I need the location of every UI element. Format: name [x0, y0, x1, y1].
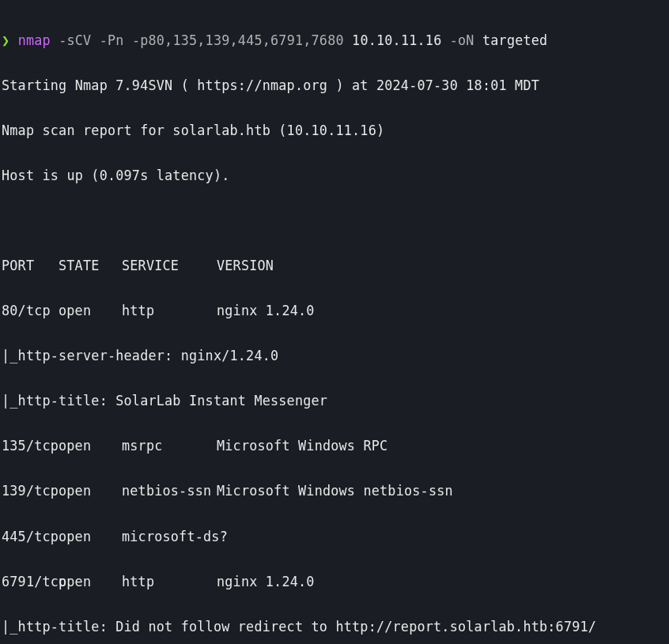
- service-cell: microsoft-ds?: [122, 525, 217, 548]
- port-cell: 445/tcp: [2, 525, 59, 548]
- service-cell: http: [122, 299, 217, 322]
- flag-oN: -oN: [450, 32, 474, 48]
- service-cell: http: [122, 571, 217, 593]
- service-cell: msrpc: [122, 435, 217, 458]
- prompt-line: ❯ nmap -sCV -Pn -p80,135,139,445,6791,76…: [2, 29, 669, 52]
- flag-scv-pn-p: -sCV -Pn -p: [59, 32, 148, 48]
- col-version: VERSION: [217, 258, 274, 273]
- scan-report-line: Nmap scan report for solarlab.htb (10.10…: [2, 119, 669, 142]
- version-cell: nginx 1.24.0: [217, 574, 315, 589]
- script-line: |_http-server-header: nginx/1.24.0: [2, 345, 669, 367]
- ports-header: PORTSTATESERVICEVERSION: [2, 254, 669, 277]
- command-name: nmap: [18, 32, 51, 48]
- version-cell: Microsoft Windows netbios-ssn: [217, 483, 453, 499]
- port-cell: 6791/tcp: [2, 571, 59, 593]
- script-line: |_http-title: SolarLab Instant Messenger: [2, 390, 669, 412]
- starting-line: Starting Nmap 7.94SVN ( https://nmap.org…: [2, 74, 669, 97]
- port-cell: 139/tcp: [2, 480, 59, 503]
- port-row: 135/tcpopenmsrpcMicrosoft Windows RPC: [2, 435, 669, 458]
- version-cell: Microsoft Windows RPC: [217, 438, 387, 454]
- port-row: 445/tcpopenmicrosoft-ds?: [2, 525, 669, 548]
- state-cell: open: [59, 299, 122, 322]
- target-ip: 10.10.11.16: [352, 32, 441, 48]
- state-cell: open: [59, 525, 122, 548]
- port-row: 80/tcpopenhttpnginx 1.24.0: [2, 299, 669, 322]
- version-cell: nginx 1.24.0: [217, 303, 315, 318]
- service-cell: netbios-ssn: [122, 480, 217, 503]
- terminal-output[interactable]: ❯ nmap -sCV -Pn -p80,135,139,445,6791,76…: [0, 0, 669, 644]
- state-cell: open: [59, 435, 122, 458]
- col-service: SERVICE: [122, 254, 217, 277]
- port-cell: 135/tcp: [2, 435, 59, 458]
- port-cell: 80/tcp: [2, 299, 59, 322]
- prompt-caret-icon: ❯: [2, 32, 9, 48]
- host-up-line: Host is up (0.097s latency).: [2, 164, 669, 187]
- col-port: PORT: [2, 254, 59, 277]
- state-cell: open: [59, 571, 122, 593]
- output-file: targeted: [482, 32, 547, 48]
- blank-line: [2, 209, 669, 232]
- port-row: 139/tcpopennetbios-ssnMicrosoft Windows …: [2, 480, 669, 503]
- state-cell: open: [59, 480, 122, 503]
- flag-ports-list: 80,135,139,445,6791,7680: [149, 32, 344, 48]
- script-line: |_http-title: Did not follow redirect to…: [2, 616, 669, 638]
- port-row: 6791/tcpopenhttpnginx 1.24.0: [2, 571, 669, 593]
- col-state: STATE: [59, 254, 122, 277]
